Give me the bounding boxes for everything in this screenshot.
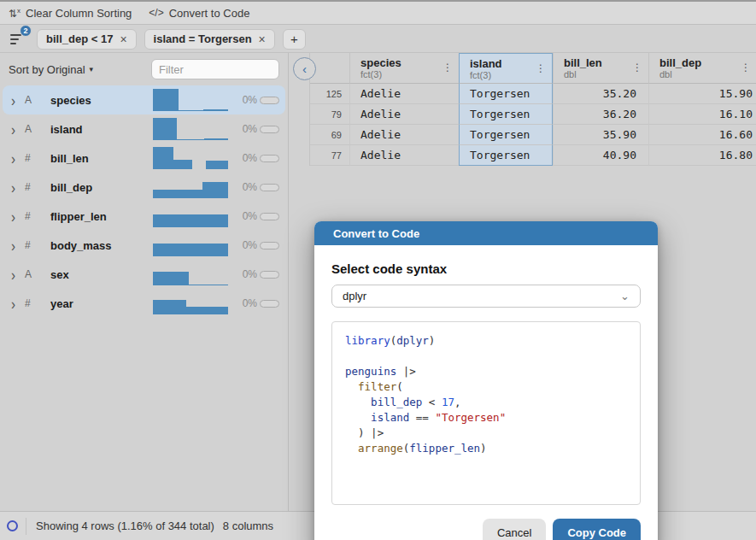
close-icon[interactable]: × xyxy=(120,32,126,46)
table-cell[interactable]: Torgersen xyxy=(459,145,553,166)
column-type-icon: # xyxy=(25,239,50,251)
sidebar-item-island[interactable]: ›Aisland0% xyxy=(3,114,285,144)
status-ring-icon xyxy=(7,520,18,531)
column-histogram xyxy=(153,292,228,314)
sidebar-item-bill_len[interactable]: ›#bill_len0% xyxy=(3,144,285,173)
column-header-bill_dep[interactable]: bill_depdbl⋮ xyxy=(648,53,756,84)
expand-chevron-icon[interactable]: › xyxy=(11,179,25,195)
table-cell[interactable]: Torgersen xyxy=(459,125,553,145)
code-preview[interactable]: library(dplyr) penguins |> filter( bill_… xyxy=(331,321,641,505)
sort-by-dropdown[interactable]: Sort by Original ▾ xyxy=(9,63,93,76)
sidebar-item-species[interactable]: ›Aspecies0% xyxy=(3,85,285,114)
copy-code-button[interactable]: Copy Code xyxy=(553,519,641,540)
expand-chevron-icon[interactable]: › xyxy=(11,267,25,282)
null-percentage-label: 0% xyxy=(228,239,262,251)
table-cell[interactable]: 15.90 xyxy=(648,84,756,104)
code-token: filter xyxy=(358,380,396,393)
code-token: island xyxy=(371,411,409,424)
table-cell[interactable]: 16.60 xyxy=(648,125,756,145)
column-filter-input[interactable] xyxy=(151,59,279,79)
column-name-label: species xyxy=(50,94,153,107)
table-cell[interactable]: 16.10 xyxy=(648,104,756,125)
null-indicator-pill xyxy=(260,126,279,133)
table-cell[interactable]: Adelie xyxy=(349,125,459,145)
column-menu-icon[interactable]: ⋮ xyxy=(632,62,642,73)
dialog-body: Select code syntax dplyr ⌄ library(dplyr… xyxy=(314,245,658,540)
column-histogram xyxy=(153,176,228,198)
expand-chevron-icon[interactable]: › xyxy=(11,150,25,166)
null-percentage-label: 0% xyxy=(228,94,262,106)
column-type-icon: A xyxy=(25,94,50,106)
column-header-bill_len[interactable]: bill_lendbl⋮ xyxy=(553,53,648,84)
code-token: flipper_len xyxy=(409,442,480,455)
null-percentage-label: 0% xyxy=(228,181,262,193)
cancel-button[interactable]: Cancel xyxy=(483,519,546,540)
column-type-icon: # xyxy=(25,181,50,193)
filter-pill-label: island = Torgersen xyxy=(154,32,252,45)
table-cell[interactable]: 40.90 xyxy=(553,145,648,166)
table-cell[interactable]: Adelie xyxy=(349,145,459,166)
column-type-icon: A xyxy=(25,268,50,280)
column-menu-icon[interactable]: ⋮ xyxy=(536,62,546,74)
collapse-panel-button[interactable]: ‹ xyxy=(293,57,316,80)
sidebar-item-body_mass[interactable]: ›#body_mass0% xyxy=(3,231,285,260)
column-histogram xyxy=(153,147,228,169)
column-name-label: bill_len xyxy=(50,152,153,165)
table-cell[interactable]: 35.20 xyxy=(553,84,648,104)
code-token xyxy=(345,380,358,393)
null-indicator-pill xyxy=(260,242,279,249)
column-name-label: bill_dep xyxy=(50,181,153,194)
column-header-island[interactable]: islandfct(3)⋮ xyxy=(459,53,553,84)
table-cell[interactable]: 16.80 xyxy=(648,145,756,166)
column-name-label: year xyxy=(50,297,153,310)
null-indicator-pill xyxy=(260,184,279,191)
column-menu-icon[interactable]: ⋮ xyxy=(741,62,751,73)
column-histogram xyxy=(153,89,228,111)
code-token: |> xyxy=(403,365,416,378)
table-cell[interactable]: Adelie xyxy=(349,104,459,125)
main-content: Sort by Original ▾ ›Aspecies0%›Aisland0%… xyxy=(0,53,756,511)
code-icon: </> xyxy=(149,7,163,19)
sidebar-item-flipper_len[interactable]: ›#flipper_len0% xyxy=(3,202,285,231)
clear-column-sorting-button[interactable]: ⇅x Clear Column Sorting xyxy=(9,7,132,20)
code-token: 17 xyxy=(442,396,454,408)
code-token: , xyxy=(454,396,461,408)
expand-chevron-icon[interactable]: › xyxy=(11,208,25,224)
expand-chevron-icon[interactable]: › xyxy=(11,238,25,253)
column-header-species[interactable]: speciesfct(3)⋮ xyxy=(349,53,459,84)
sidebar-item-sex[interactable]: ›Asex0% xyxy=(3,260,285,289)
close-icon[interactable]: × xyxy=(259,32,266,46)
table-cell[interactable]: Torgersen xyxy=(459,84,553,104)
data-explorer-window: ⇅x Clear Column Sorting </> Convert to C… xyxy=(0,0,756,540)
filter-pill[interactable]: island = Torgersen× xyxy=(144,29,275,50)
sidebar-item-bill_dep[interactable]: ›#bill_dep0% xyxy=(3,173,285,202)
code-token xyxy=(345,442,358,455)
code-token: "Torgersen" xyxy=(435,411,506,424)
code-line xyxy=(345,349,627,364)
expand-chevron-icon[interactable]: › xyxy=(11,296,25,311)
add-filter-button[interactable]: + xyxy=(283,29,306,50)
filter-pill[interactable]: bill_dep < 17× xyxy=(37,29,137,50)
row-number: 69 xyxy=(310,125,349,145)
null-percentage-label: 0% xyxy=(228,123,262,135)
filter-list-button[interactable]: 2 xyxy=(10,31,29,48)
sidebar-item-year[interactable]: ›#year0% xyxy=(3,289,285,318)
expand-chevron-icon[interactable]: › xyxy=(11,121,25,137)
column-sidebar: Sort by Original ▾ ›Aspecies0%›Aisland0%… xyxy=(0,53,289,511)
column-menu-icon[interactable]: ⋮ xyxy=(442,62,453,73)
table-cell[interactable]: 36.20 xyxy=(553,104,648,125)
table-cell[interactable]: 35.90 xyxy=(553,125,648,145)
row-number: 125 xyxy=(310,84,349,104)
code-token xyxy=(345,396,371,408)
column-histogram xyxy=(153,118,228,140)
dialog-title: Convert to Code xyxy=(314,221,658,245)
expand-chevron-icon[interactable]: › xyxy=(11,92,25,108)
table-cell[interactable]: Torgersen xyxy=(459,104,553,125)
code-token: bill_dep xyxy=(371,396,422,408)
convert-to-code-button[interactable]: </> Convert to Code xyxy=(149,7,249,20)
column-histogram xyxy=(153,234,228,256)
caret-down-icon: ▾ xyxy=(90,65,94,73)
table-cell[interactable]: Adelie xyxy=(349,84,459,104)
clear-column-sorting-label: Clear Column Sorting xyxy=(26,7,132,20)
syntax-select[interactable]: dplyr ⌄ xyxy=(331,285,641,308)
